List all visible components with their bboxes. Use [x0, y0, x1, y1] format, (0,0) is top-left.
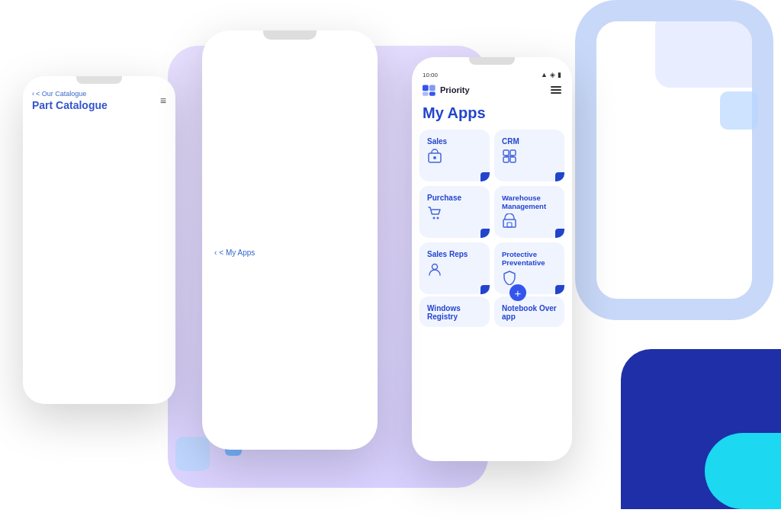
app-tile-salesreps[interactable]: Sales Reps: [419, 242, 490, 294]
app-tile-crm-icon: [502, 149, 557, 166]
app-tile-crm-corner: [555, 172, 564, 181]
app-tile-protective[interactable]: Protective Preventative: [494, 242, 564, 294]
app-tile-salesreps-name: Sales Reps: [427, 250, 482, 258]
app-tile-sales-name: Sales: [427, 137, 482, 146]
svg-rect-61: [503, 157, 509, 162]
svg-rect-68: [503, 220, 516, 227]
back-chevron-icon: ‹: [214, 248, 217, 257]
hamburger-icon-left[interactable]: ≡: [160, 95, 166, 107]
app-tile-notebook-name: Notebook Over app: [502, 304, 557, 321]
app-tile-warehouse-icon: [502, 213, 557, 231]
back-link-left[interactable]: ‹ < Our Catalogue: [32, 90, 108, 98]
page-title-left: Part Catalogue: [32, 99, 108, 111]
bg-card-top: [655, 11, 766, 88]
app-tile-salesreps-icon: [427, 261, 482, 279]
app-tile-protective-name: Protective Preventative: [502, 250, 557, 267]
back-arrow-icon: ‹: [32, 90, 34, 98]
app-tile-windows[interactable]: Windows Registry: [419, 296, 490, 327]
bg-decoration-right: [583, 0, 781, 532]
deco-square-bottom-left: [175, 437, 210, 471]
app-tile-crm[interactable]: CRM: [494, 130, 564, 181]
priority-logo-small: Priority: [423, 83, 470, 97]
apps-grid: Sales CRM: [412, 130, 572, 294]
svg-point-70: [432, 264, 438, 270]
app-tile-purchase-corner: [480, 229, 490, 238]
app-tile-notebook[interactable]: Notebook Over app: [494, 296, 564, 327]
svg-rect-60: [510, 150, 516, 155]
svg-rect-69: [507, 223, 512, 227]
priority-logo-icon-small: [423, 83, 436, 97]
back-nav-center[interactable]: ‹ < My Apps: [202, 40, 378, 450]
wifi-icon: ◈: [550, 71, 555, 79]
svg-rect-59: [503, 150, 509, 155]
svg-point-66: [433, 217, 435, 220]
app-tile-purchase-icon: [427, 205, 482, 223]
app-tile-purchase[interactable]: Purchase: [419, 186, 490, 238]
phone-right-notch: [469, 57, 515, 65]
time-display: 10:00: [423, 72, 438, 79]
svg-rect-56: [429, 92, 435, 96]
app-tile-sales[interactable]: Sales: [419, 130, 490, 181]
app-tile-warehouse[interactable]: Warehouse Management: [494, 186, 564, 238]
battery-icon: ▮: [558, 71, 561, 79]
phone-left: ‹ < Our Catalogue Part Catalogue ≡ 12 Re…: [23, 76, 175, 404]
my-apps-title: My Apps: [412, 101, 572, 130]
deco-square-top: [720, 91, 758, 130]
app-tile-protective-icon: [502, 270, 557, 287]
svg-rect-55: [423, 92, 429, 96]
phone-left-notch: [76, 76, 122, 84]
hamburger-icon-right[interactable]: [551, 86, 561, 94]
svg-point-58: [433, 156, 436, 159]
back-nav-text: < My Apps: [219, 248, 255, 257]
status-icons: ▲ ◈ ▮: [541, 71, 561, 79]
scene: ‹ < Our Catalogue Part Catalogue ≡ 12 Re…: [0, 0, 781, 532]
svg-rect-62: [510, 157, 516, 162]
phone-center: ‹ < My Apps Priority Scan your QR code t…: [202, 30, 378, 450]
phone-right: 10:00 ▲ ◈ ▮ Priority: [412, 57, 572, 461]
svg-rect-53: [423, 85, 429, 91]
app-tile-protective-corner: [555, 285, 564, 294]
top-bar-right: Priority: [412, 82, 572, 101]
app-tile-purchase-name: Purchase: [427, 194, 482, 202]
bg-curve-outer: [575, 0, 773, 320]
bg-dark-blue: [621, 349, 781, 509]
apps-bottom-row: Windows Registry Notebook Over app: [412, 296, 572, 327]
app-tile-sales-icon: [427, 149, 482, 166]
app-tile-warehouse-name: Warehouse Management: [502, 194, 557, 210]
app-tile-sales-corner: [480, 172, 490, 181]
phone-center-notch: [263, 30, 317, 40]
status-bar: 10:00 ▲ ◈ ▮: [412, 65, 572, 82]
app-tile-windows-name: Windows Registry: [427, 304, 482, 321]
svg-point-67: [437, 217, 439, 220]
bg-cyan-circle: [705, 433, 781, 509]
signal-icon: ▲: [541, 71, 548, 79]
app-tile-crm-name: CRM: [502, 137, 557, 146]
svg-rect-54: [429, 85, 435, 91]
add-app-button[interactable]: +: [509, 284, 526, 301]
app-tile-salesreps-corner: [480, 285, 490, 294]
app-tile-warehouse-corner: [555, 229, 564, 238]
priority-logo-small-text: Priority: [440, 85, 470, 95]
back-link-text: < Our Catalogue: [36, 90, 86, 98]
